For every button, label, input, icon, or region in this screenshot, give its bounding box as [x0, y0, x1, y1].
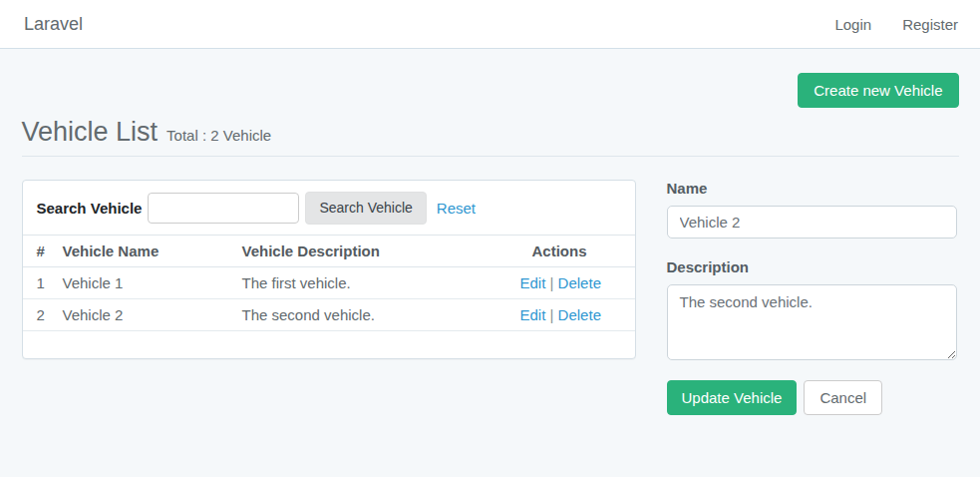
row-actions: Edit | Delete [510, 299, 635, 331]
row-number: 2 [23, 299, 63, 331]
delete-link[interactable]: Delete [558, 274, 601, 291]
vehicle-name: Vehicle 2 [63, 299, 242, 331]
row-actions: Edit | Delete [510, 267, 635, 299]
navbar: Laravel Login Register [0, 0, 980, 49]
content-row: Search Vehicle Search Vehicle Reset # Ve… [22, 180, 959, 415]
vehicle-list-column: Search Vehicle Search Vehicle Reset # Ve… [22, 180, 636, 359]
reset-link[interactable]: Reset [437, 200, 476, 217]
create-button-row: Create new Vehicle [22, 73, 959, 108]
vehicle-list-card: Search Vehicle Search Vehicle Reset # Ve… [22, 180, 636, 359]
description-field-group: Description The second vehicle. [667, 258, 957, 360]
brand-link[interactable]: Laravel [24, 14, 83, 35]
search-label: Search Vehicle [37, 200, 143, 217]
edit-link[interactable]: Edit [520, 306, 546, 323]
page-title: Vehicle List [22, 117, 159, 148]
cancel-button[interactable]: Cancel [804, 380, 882, 415]
register-link[interactable]: Register [902, 16, 958, 33]
action-separator: | [550, 306, 554, 323]
heading-divider [22, 156, 959, 157]
col-header-actions: Actions [510, 236, 635, 267]
col-header-number: # [23, 236, 63, 267]
col-header-description: Vehicle Description [242, 236, 510, 267]
col-header-name: Vehicle Name [63, 236, 242, 267]
login-link[interactable]: Login [834, 16, 871, 33]
edit-link[interactable]: Edit [520, 274, 546, 291]
table-row: 2 Vehicle 2 The second vehicle. Edit | D… [23, 299, 635, 331]
edit-vehicle-form: Name Description The second vehicle. Upd… [667, 180, 957, 415]
create-new-vehicle-button[interactable]: Create new Vehicle [798, 73, 958, 108]
name-field[interactable] [667, 206, 957, 238]
search-bar: Search Vehicle Search Vehicle Reset [23, 181, 635, 235]
table-header-row: # Vehicle Name Vehicle Description Actio… [23, 236, 635, 267]
update-vehicle-button[interactable]: Update Vehicle [667, 380, 798, 415]
vehicle-table: # Vehicle Name Vehicle Description Actio… [23, 235, 635, 331]
search-input[interactable] [148, 193, 299, 224]
vehicle-description: The second vehicle. [242, 299, 510, 331]
row-number: 1 [23, 267, 63, 299]
action-separator: | [550, 274, 554, 291]
navbar-links: Login Register [834, 16, 958, 33]
delete-link[interactable]: Delete [558, 306, 601, 323]
card-filler [23, 331, 635, 358]
description-label: Description [667, 258, 957, 275]
description-field[interactable]: The second vehicle. [667, 284, 957, 360]
form-buttons: Update Vehicle Cancel [667, 380, 957, 415]
vehicle-description: The first vehicle. [242, 267, 510, 299]
vehicle-name: Vehicle 1 [63, 267, 242, 299]
table-row: 1 Vehicle 1 The first vehicle. Edit | De… [23, 267, 635, 299]
name-field-group: Name [667, 180, 957, 238]
main-container: Create new Vehicle Vehicle List Total : … [22, 73, 959, 415]
search-button[interactable]: Search Vehicle [305, 192, 426, 225]
vehicle-total-count: Total : 2 Vehicle [166, 127, 271, 144]
heading-row: Vehicle List Total : 2 Vehicle [22, 117, 959, 148]
name-label: Name [667, 180, 957, 197]
